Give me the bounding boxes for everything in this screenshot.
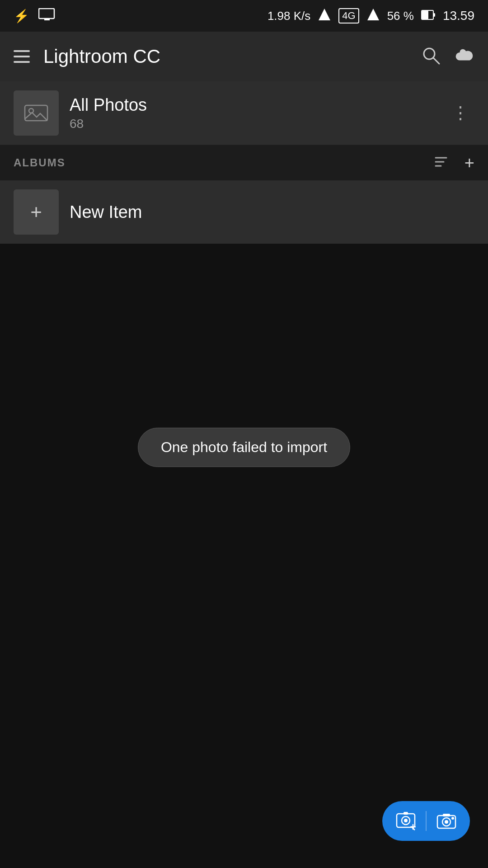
new-item-thumbnail: + (14, 189, 59, 235)
svg-rect-24 (443, 814, 450, 816)
bottom-fab (382, 801, 470, 841)
camera-button[interactable] (436, 810, 457, 832)
screen-icon (38, 8, 56, 24)
albums-header: ALBUMS + (0, 145, 488, 180)
header-icons (421, 46, 474, 67)
time-text: 13.59 (443, 9, 474, 23)
signal-icon (318, 8, 331, 24)
add-photo-button[interactable] (395, 810, 417, 832)
svg-marker-3 (367, 9, 379, 20)
signal-icon-2 (366, 8, 380, 24)
app-title: Lightroom CC (43, 46, 408, 67)
all-photos-more-button[interactable]: ⋮ (447, 99, 474, 127)
all-photos-info: All Photos 68 (70, 95, 436, 131)
all-photos-title: All Photos (70, 95, 436, 115)
svg-point-16 (404, 819, 408, 822)
svg-marker-2 (319, 9, 330, 20)
sort-icon[interactable] (434, 153, 451, 172)
speed-text: 1.98 K/s (267, 9, 310, 23)
albums-actions: + (434, 153, 474, 172)
status-bar: ⚡ 1.98 K/s 4G 56 % (0, 0, 488, 32)
svg-rect-6 (433, 13, 435, 17)
import-error-toast[interactable]: One photo failed to import (138, 428, 350, 467)
new-item-plus-icon: + (30, 202, 42, 222)
new-item-row[interactable]: + New Item (0, 180, 488, 244)
battery-text: 56 % (387, 9, 414, 23)
search-icon[interactable] (421, 46, 441, 67)
status-left: ⚡ (14, 8, 56, 24)
svg-rect-0 (39, 9, 54, 19)
header: Lightroom CC (0, 32, 488, 81)
svg-line-8 (433, 58, 439, 64)
svg-rect-5 (422, 11, 428, 19)
all-photos-thumbnail (14, 90, 59, 136)
menu-button[interactable] (14, 50, 30, 63)
all-photos-row[interactable]: All Photos 68 ⋮ (0, 81, 488, 145)
svg-point-25 (451, 817, 454, 820)
svg-rect-17 (404, 812, 408, 815)
main-content: One photo failed to import (0, 244, 488, 651)
all-photos-count: 68 (70, 117, 436, 131)
albums-label: ALBUMS (14, 156, 66, 169)
svg-rect-9 (25, 105, 47, 121)
usb-icon: ⚡ (14, 9, 29, 24)
svg-point-10 (29, 108, 33, 113)
svg-point-23 (445, 820, 448, 824)
battery-icon (421, 9, 436, 23)
new-item-label: New Item (70, 203, 142, 222)
network-badge: 4G (338, 8, 359, 24)
cloud-icon[interactable] (455, 46, 474, 67)
svg-rect-1 (44, 19, 50, 20)
status-right: 1.98 K/s 4G 56 % 13.59 (267, 8, 474, 24)
fab-divider (426, 811, 427, 831)
add-album-button[interactable]: + (465, 154, 474, 171)
